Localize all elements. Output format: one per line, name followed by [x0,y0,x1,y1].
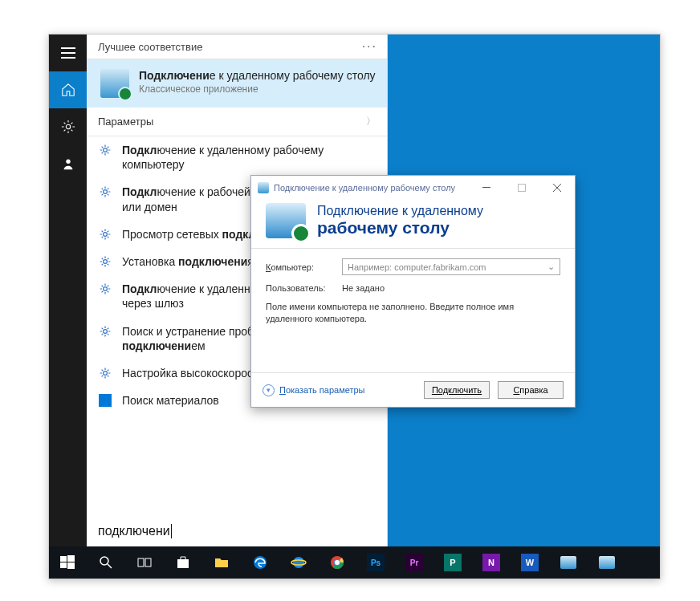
rdp-title-text: Подключение к удаленному рабочему столу [274,183,455,193]
rail-person-button[interactable] [49,145,87,182]
best-match-subtitle: Классическое приложение [139,83,376,95]
word-button[interactable]: W [511,546,548,579]
svg-point-7 [104,232,108,236]
premiere-button[interactable]: Pr [396,546,433,579]
rdp-app-icon [100,69,129,98]
search-input[interactable]: подключени [87,516,387,546]
rdp-footer: ▾ Показать параметры Подключить Справка [251,372,575,407]
expand-down-icon: ▾ [262,384,275,396]
svg-point-6 [104,190,108,194]
gear-icon [98,185,112,199]
edge-button[interactable] [242,546,279,579]
rdp-banner-icon [266,203,306,238]
svg-rect-21 [145,558,151,566]
rdp-icon [599,556,615,569]
photoshop-button[interactable]: Ps [357,546,394,579]
svg-rect-2 [61,57,75,59]
hamburger-icon [61,47,75,59]
connect-button[interactable]: Подключить [424,381,490,399]
gear-icon [98,227,112,242]
svg-point-5 [104,148,108,152]
svg-point-8 [104,260,108,264]
word-icon: W [521,554,539,571]
gear-icon [98,282,112,296]
ie-button[interactable] [280,546,317,579]
person-icon [61,156,75,171]
pr-icon: Pr [405,554,423,571]
store-button[interactable] [165,546,201,579]
best-match-label: Лучшее соответствие [98,41,202,53]
svg-rect-22 [177,559,189,568]
search-icon [98,554,114,571]
user-value: Не задано [342,283,385,293]
rdp-taskbar-2[interactable] [588,546,625,579]
svg-rect-12 [482,187,490,188]
more-icon[interactable]: ··· [362,39,377,54]
rail-home-button[interactable] [49,71,87,108]
computer-combobox[interactable]: Например: computer.fabrikam.com ⌄ [342,258,560,275]
maximize-button [504,176,539,200]
start-button[interactable] [49,546,86,579]
start-rail [49,35,87,546]
task-view-button[interactable] [126,546,163,579]
cortana-search-button[interactable] [88,546,124,579]
rdp-banner: Подключение к удаленному рабочему столу [251,200,575,248]
svg-point-24 [293,557,304,568]
gear-icon [98,254,112,269]
rdp-banner-line2: рабочему столу [317,218,483,238]
close-button[interactable] [539,176,575,200]
rdp-hint-text: Поле имени компьютера не заполнено. Введ… [266,301,560,326]
svg-point-11 [104,371,108,375]
svg-rect-17 [67,562,75,569]
rail-menu-button[interactable] [49,35,87,71]
chrome-button[interactable] [319,546,356,579]
chevron-down-icon: ⌄ [547,262,555,272]
file-explorer-button[interactable] [203,546,240,579]
taskbar: Ps Pr P N W [49,546,660,579]
svg-rect-1 [61,52,75,54]
onenote-button[interactable]: N [473,546,510,579]
rdp-title-icon [258,182,269,193]
svg-rect-20 [138,558,144,566]
svg-rect-14 [60,556,67,562]
rail-settings-button[interactable] [49,108,87,145]
svg-line-19 [108,564,112,568]
pub-icon: P [444,554,462,571]
minimize-button[interactable] [469,176,504,200]
rdp-icon [560,556,576,569]
rdp-titlebar[interactable]: Подключение к удаленному рабочему столу [251,176,575,200]
svg-point-18 [100,557,108,565]
gear-icon [98,324,112,339]
chevron-right-icon: 〉 [366,115,376,128]
svg-point-10 [104,329,108,333]
svg-rect-15 [67,555,75,562]
show-options-link[interactable]: ▾ Показать параметры [262,384,365,396]
help-button[interactable]: Справка [498,381,564,399]
store-icon [99,394,112,407]
search-result-item[interactable]: Подключение к удаленному рабочему компью… [87,136,387,178]
computer-label: Компьютер: [266,262,334,272]
best-match-header: Лучшее соответствие ··· [87,35,387,59]
store-icon [175,554,191,571]
section-parameters[interactable]: Параметры 〉 [87,108,387,136]
rdp-body: Компьютер: Например: computer.fabrikam.c… [251,248,575,372]
gear-icon [98,366,112,380]
best-match-item[interactable]: Подключение к удаленному рабочему столу … [87,59,387,108]
windows-logo-icon [59,554,75,571]
rdp-taskbar-1[interactable] [550,546,587,579]
rdp-banner-line1: Подключение к удаленному [317,204,483,218]
edge-icon [252,554,268,571]
minimize-icon [482,184,490,192]
maximize-icon [518,184,526,192]
gear-icon [61,120,75,134]
svg-point-4 [66,160,70,164]
publisher-button[interactable]: P [434,546,471,579]
ie-icon [291,554,307,571]
home-icon [61,83,75,97]
rdp-dialog: Подключение к удаленному рабочему столу … [250,175,576,408]
ps-icon: Ps [367,554,385,571]
user-label: Пользователь: [266,283,334,293]
svg-point-3 [66,124,70,128]
svg-point-9 [104,287,108,291]
taskview-icon [136,554,153,571]
